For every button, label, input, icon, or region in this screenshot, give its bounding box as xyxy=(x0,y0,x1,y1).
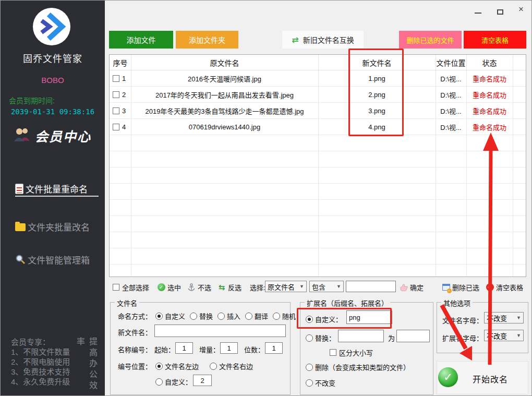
condition-dropdown[interactable]: 包含 ▼ xyxy=(309,281,344,292)
add-file-button[interactable]: 添加文件 xyxy=(109,31,173,49)
ext-custom-input[interactable] xyxy=(346,310,392,324)
radio-translate-naming[interactable]: 翻译 xyxy=(245,311,268,321)
uncheck-button[interactable]: 不选 xyxy=(187,282,211,292)
row-checkbox[interactable] xyxy=(113,75,119,82)
start-check-icon[interactable]: ✓ xyxy=(438,367,458,387)
radio-position-right[interactable]: 文件名右边 xyxy=(210,361,253,371)
radio-random-naming[interactable]: 随机 xyxy=(273,311,296,321)
clear-table-button[interactable]: 清空表格 xyxy=(464,31,526,49)
invert-selection-button[interactable]: ⇆ 反选 xyxy=(217,282,241,292)
sidebar: 固乔文件管家 BOBO 会员到期时间: 2039-01-31 09:38:16 … xyxy=(1,1,105,396)
column-header-location[interactable]: 文件位置 xyxy=(436,55,466,70)
column-header-status[interactable]: 状态 xyxy=(466,55,513,70)
original-filename-cell[interactable]: 2017年的冬天我们一起从南昌出发去看雪.jpeg xyxy=(131,87,318,103)
radio-icon[interactable] xyxy=(190,313,197,320)
confirm-button[interactable]: 确定 xyxy=(400,282,424,292)
radio-position-custom[interactable]: 自定义： xyxy=(155,377,192,387)
radio-insert-naming[interactable]: 插入 xyxy=(217,311,240,321)
sidebar-item-smart-file-manager[interactable]: 文件智能管理箱 xyxy=(15,253,99,266)
sidebar-item-batch-rename-folders[interactable]: 文件夹批量改名 xyxy=(15,220,99,233)
radio-icon[interactable] xyxy=(155,363,163,370)
row-checkbox[interactable] xyxy=(113,91,119,98)
radio-icon[interactable] xyxy=(155,313,163,320)
radio-ext-custom[interactable]: 自定义： xyxy=(306,314,342,324)
filename-panel: 文件名 命名方式： 自定义 替换 插入 翻译 随机 新文件名： 名称编号： 起始… xyxy=(110,302,291,395)
file-location-cell[interactable]: D:\视... xyxy=(436,87,466,103)
to-label: 为 xyxy=(388,333,395,343)
original-filename-cell[interactable]: 2016冬天温暖问候语.jpg xyxy=(131,70,318,87)
add-folder-button[interactable]: 添加文件夹 xyxy=(176,31,238,49)
column-header-new-name[interactable]: 新文件名 xyxy=(318,55,436,70)
uncheck-label: 不选 xyxy=(198,282,211,292)
table-row-checkbox-cell[interactable]: 4 xyxy=(110,119,131,135)
maximize-button[interactable] xyxy=(497,9,503,15)
position-custom-input[interactable] xyxy=(193,375,212,386)
field-dropdown[interactable]: 原文件名 ▼ xyxy=(265,281,307,292)
table-body: 1 2016冬天温暖问候语.jpg 1.png D:\视... 重命名成功 2 … xyxy=(110,70,526,277)
keyword-input[interactable] xyxy=(346,281,396,292)
row-number: 3 xyxy=(122,107,126,115)
start-number-input[interactable] xyxy=(175,342,193,354)
minimize-button[interactable] xyxy=(475,13,481,14)
invert-arrows-icon: ⇆ xyxy=(219,283,225,292)
column-header-original-name[interactable]: 原文件名 xyxy=(131,55,318,70)
clear-table-bottom-button[interactable]: ✚ 清空表格 xyxy=(486,282,523,292)
clear-table-label: 清空表格 xyxy=(481,35,509,45)
start-rename-button[interactable]: 开始改名 xyxy=(473,373,508,385)
new-filename-cell[interactable]: 2.png xyxy=(318,87,436,103)
benefits-title: 会员专享： xyxy=(11,337,70,347)
radio-icon[interactable] xyxy=(306,364,313,371)
radio-ext-replace[interactable]: 替换： xyxy=(306,333,335,343)
check-selected-button[interactable]: ✓ 选中 xyxy=(157,282,181,292)
new-filename-cell[interactable]: 3.png xyxy=(318,103,436,119)
new-filename-cell[interactable]: 4.png xyxy=(318,119,436,135)
original-filename-cell[interactable]: 070619drviews1440.jpg xyxy=(131,119,318,135)
member-center-button[interactable]: 会员中心 xyxy=(13,125,96,147)
step-label: 增量： xyxy=(199,344,220,354)
filename-case-dropdown[interactable]: 不改变 ▼ xyxy=(484,312,524,323)
chevron-down-icon: ▼ xyxy=(516,315,521,320)
status-cell: 重命名成功 xyxy=(466,119,513,135)
ext-replace-from-input[interactable] xyxy=(338,330,384,342)
file-location-cell[interactable]: D:\视... xyxy=(436,103,466,119)
row-checkbox[interactable] xyxy=(113,107,119,114)
status-cell: 重命名成功 xyxy=(466,87,513,103)
radio-icon[interactable] xyxy=(210,363,217,370)
radio-icon[interactable] xyxy=(306,316,313,323)
ext-case-dropdown[interactable]: 不改变 ▼ xyxy=(484,330,524,341)
table-row-checkbox-cell[interactable]: 2 xyxy=(110,87,131,103)
sidebar-item-batch-rename-files[interactable]: 文件批量重命名 xyxy=(15,183,99,197)
new-filename-input[interactable] xyxy=(154,325,286,337)
delete-checked-button[interactable]: 删除已选 xyxy=(442,282,479,292)
radio-position-left[interactable]: 文件名左边 xyxy=(155,361,199,371)
radio-replace-naming[interactable]: 替换 xyxy=(190,311,213,321)
radio-icon[interactable] xyxy=(306,334,313,342)
select-all-checkbox[interactable]: 全部选择 xyxy=(113,282,149,292)
digits-number-input[interactable] xyxy=(265,342,283,354)
new-filename-cell[interactable]: 1.png xyxy=(318,70,436,87)
table-row-checkbox-cell[interactable]: 1 xyxy=(110,70,131,87)
column-header-seq[interactable]: 序号 xyxy=(110,55,131,70)
file-location-cell[interactable]: D:\视... xyxy=(436,119,466,135)
checkbox-icon[interactable] xyxy=(330,349,336,356)
radio-icon[interactable] xyxy=(273,313,280,320)
radio-custom-naming[interactable]: 自定义 xyxy=(155,311,185,321)
step-number-input[interactable] xyxy=(220,342,238,354)
radio-icon[interactable] xyxy=(217,313,225,320)
benefit-line: 3、免费技术支持 xyxy=(11,367,70,377)
close-button[interactable]: × xyxy=(518,5,524,14)
original-filename-cell[interactable]: 2019年冬天最美的3条自驾线路少走一条都是遗憾.jpg xyxy=(131,103,318,119)
radio-icon[interactable] xyxy=(245,313,252,320)
row-checkbox[interactable] xyxy=(113,124,119,130)
radio-icon[interactable] xyxy=(155,378,163,386)
swap-old-new-names-button[interactable]: ⇄ 新旧文件名互换 xyxy=(282,31,364,49)
table-row-checkbox-cell[interactable]: 3 xyxy=(110,103,131,119)
case-sensitive-checkbox[interactable]: 区分大小写 xyxy=(330,347,373,357)
file-location-cell[interactable]: D:\视... xyxy=(436,70,466,87)
select-all-box[interactable] xyxy=(113,284,119,291)
radio-ext-keep[interactable]: 不改变 xyxy=(306,378,335,388)
delete-selected-files-button[interactable]: 删除已选的文件 xyxy=(399,31,462,49)
ext-replace-to-input[interactable] xyxy=(396,330,430,342)
radio-ext-delete[interactable]: 删除（会变成未知类型的文件） xyxy=(306,362,410,372)
radio-icon[interactable] xyxy=(306,379,313,387)
